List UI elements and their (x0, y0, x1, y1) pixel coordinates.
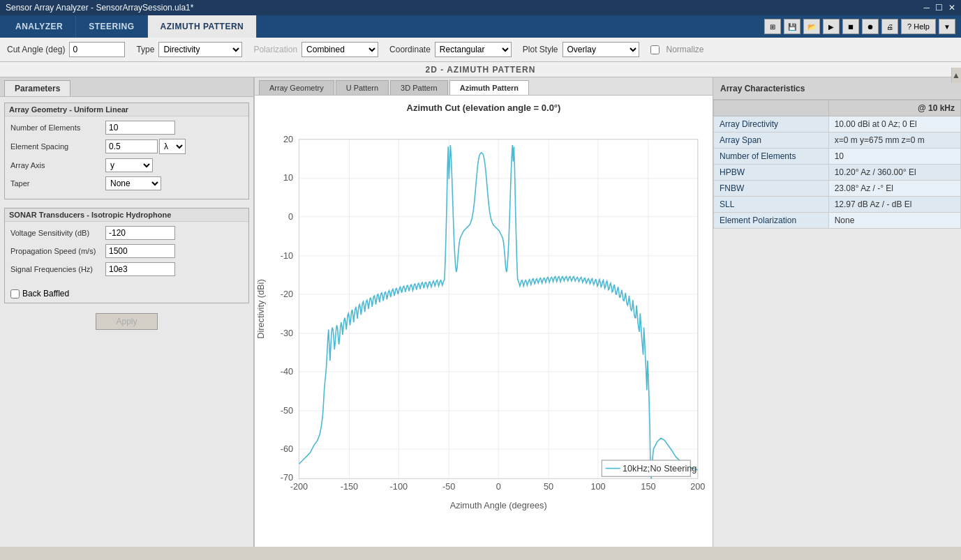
char-value-fnbw: 23.08° Az / -° El (828, 181, 960, 197)
svg-text:20: 20 (283, 135, 293, 144)
table-row: FNBW 23.08° Az / -° El (714, 181, 961, 197)
tab-parameters[interactable]: Parameters (4, 80, 70, 96)
num-elements-input[interactable] (105, 121, 175, 135)
tab-steering[interactable]: STEERING (76, 15, 147, 38)
controls-row: Cut Angle (deg) Type Directivity Power M… (0, 38, 961, 62)
plot-area: Azimuth Cut (elevation angle = 0.0°) (255, 96, 713, 547)
svg-text:-200: -200 (290, 482, 308, 492)
plot-svg-container: 20 10 0 -10 -20 -30 -40 -50 -60 -70 -200… (255, 116, 713, 539)
signal-freq-input[interactable] (105, 262, 175, 276)
char-label-num-elements: Number of Elements (714, 149, 829, 165)
apply-button[interactable]: Apply (96, 313, 157, 330)
normalize-checkbox[interactable] (650, 45, 660, 54)
signal-freq-row: Signal Frequencies (Hz) (10, 262, 243, 276)
coordinate-label: Coordinate (389, 45, 431, 54)
polarization-select[interactable]: Combined H V (301, 42, 378, 57)
toolbar-btn-6[interactable]: ⏺ (862, 19, 879, 34)
element-spacing-row: Element Spacing λ m (10, 139, 243, 154)
toolbar-btn-help[interactable]: ? Help (901, 19, 936, 34)
type-label: Type (136, 45, 154, 54)
svg-text:-150: -150 (341, 482, 358, 492)
plot-style-select[interactable]: Overlay Waterfall (563, 42, 639, 57)
toolbar-btn-5[interactable]: ⏹ (842, 19, 859, 34)
close-button[interactable]: ✕ (948, 3, 955, 13)
tab-u-pattern[interactable]: U Pattern (336, 80, 389, 95)
sonar-content: Voltage Sensitivity (dB) Propagation Spe… (5, 222, 248, 285)
tab-azimuth-pattern[interactable]: Azimuth Pattern (449, 80, 529, 95)
toolbar-btn-1[interactable]: ⊞ (764, 19, 781, 34)
normalize-label: Normalize (666, 45, 704, 54)
main-tab-bar: ANALYZER STEERING AZIMUTH PATTERN ⊞ 💾 📂 … (0, 15, 961, 38)
minimize-button[interactable]: ─ (923, 3, 930, 13)
pattern-bar: 2D - AZIMUTH PATTERN ▲ (0, 62, 961, 77)
app-title: Sensor Array Analyzer - SensorArraySessi… (6, 3, 193, 13)
coordinate-group: Coordinate Rectangular Polar (389, 42, 512, 57)
table-row: Element Polarization None (714, 213, 961, 229)
element-spacing-unit[interactable]: λ m (159, 139, 186, 154)
element-spacing-input[interactable] (105, 139, 158, 153)
main-layout: Parameters Array Geometry - Uniform Line… (0, 77, 961, 547)
table-row: SLL 12.97 dB Az / - dB El (714, 197, 961, 213)
table-row: HPBW 10.20° Az / 360.00° El (714, 165, 961, 181)
svg-text:-10: -10 (281, 251, 293, 261)
svg-text:-40: -40 (281, 367, 293, 377)
back-baffled-row: Back Baffled (10, 289, 243, 298)
back-baffled-label: Back Baffled (22, 289, 69, 298)
taper-select[interactable]: None Taylor Chebyshev (105, 176, 161, 190)
tab-azimuth-pattern[interactable]: AZIMUTH PATTERN (148, 15, 258, 38)
title-bar: Sensor Array Analyzer - SensorArraySessi… (0, 0, 961, 15)
toolbar-right: ⊞ 💾 📂 ▶ ⏹ ⏺ 🖨 ? Help ▼ (764, 15, 961, 38)
cut-angle-input[interactable] (69, 42, 125, 57)
polarization-group: Polarization Combined H V (253, 42, 378, 57)
toolbar-btn-4[interactable]: ▶ (823, 19, 840, 34)
tab-analyzer[interactable]: ANALYZER (3, 15, 76, 38)
voltage-sensitivity-input[interactable] (105, 226, 175, 240)
right-panel-label: Array Characteristics (720, 84, 805, 93)
window-controls[interactable]: ─ ☐ ✕ (923, 3, 955, 13)
char-table-label-col (714, 100, 829, 116)
svg-text:-70: -70 (281, 473, 293, 483)
char-value-array-span: x=0 m y=675 mm z=0 m (828, 133, 960, 149)
tab-array-geometry[interactable]: Array Geometry (259, 80, 334, 95)
maximize-button[interactable]: ☐ (935, 3, 943, 13)
cut-angle-group: Cut Angle (deg) (7, 42, 125, 57)
back-baffled-checkbox[interactable] (10, 289, 20, 298)
svg-text:50: 50 (544, 482, 553, 492)
num-elements-row: Number of Elements (10, 121, 243, 135)
table-row: Array Span x=0 m y=675 mm z=0 m (714, 133, 961, 149)
char-label-sll: SLL (714, 197, 829, 213)
type-select[interactable]: Directivity Power Magnitude (158, 42, 242, 57)
svg-text:200: 200 (690, 482, 705, 492)
svg-text:150: 150 (641, 482, 655, 492)
char-value-element-pol: None (828, 213, 960, 229)
char-label-array-span: Array Span (714, 133, 829, 149)
signal-freq-label: Signal Frequencies (Hz) (10, 265, 101, 273)
char-table-freq-col: @ 10 kHz (828, 100, 960, 116)
plot-title: Azimuth Cut (elevation angle = 0.0°) (255, 103, 713, 113)
propagation-speed-input[interactable] (105, 244, 175, 258)
char-value-num-elements: 10 (828, 149, 960, 165)
array-axis-label: Array Axis (10, 161, 101, 169)
table-row: Array Directivity 10.00 dBi at 0 Az; 0 E… (714, 116, 961, 133)
array-axis-select[interactable]: y x z (105, 158, 153, 172)
char-value-hpbw: 10.20° Az / 360.00° El (828, 165, 960, 181)
table-row: Number of Elements 10 (714, 149, 961, 165)
svg-text:Azimuth Angle (degrees): Azimuth Angle (degrees) (450, 501, 547, 510)
scroll-up-btn[interactable]: ▲ (951, 68, 961, 83)
char-value-array-directivity: 10.00 dBi at 0 Az; 0 El (828, 116, 960, 133)
array-geometry-content: Number of Elements Element Spacing λ m A… (5, 116, 248, 199)
svg-text:-20: -20 (281, 289, 293, 299)
array-axis-row: Array Axis y x z (10, 158, 243, 172)
element-spacing-label: Element Spacing (10, 142, 101, 151)
toolbar-btn-2[interactable]: 💾 (784, 19, 800, 34)
panel-tabs: Parameters (0, 77, 253, 97)
array-geometry-section: Array Geometry - Uniform Linear Number o… (4, 103, 249, 199)
toolbar-btn-expand[interactable]: ▼ (939, 19, 955, 34)
coordinate-select[interactable]: Rectangular Polar (435, 42, 512, 57)
toolbar-btn-print[interactable]: 🖨 (881, 19, 898, 34)
type-group: Type Directivity Power Magnitude (136, 42, 242, 57)
tab-3d-pattern[interactable]: 3D Pattern (390, 80, 448, 95)
svg-text:-50: -50 (281, 406, 293, 416)
toolbar-btn-3[interactable]: 📂 (803, 19, 820, 34)
sonar-title: SONAR Transducers - Isotropic Hydrophone (5, 209, 248, 222)
